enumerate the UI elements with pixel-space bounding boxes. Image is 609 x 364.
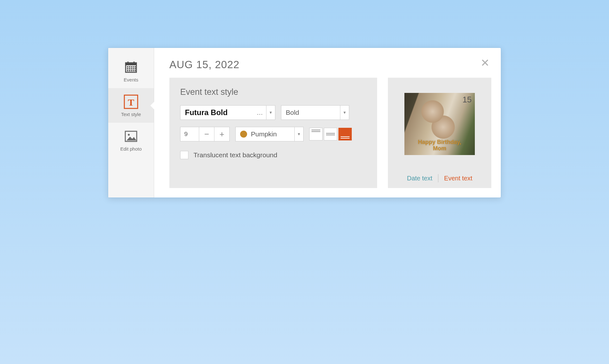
translucent-bg-checkbox[interactable]	[180, 151, 188, 159]
preview-panel: 15 Happy Birthday, Mom Date text Event t…	[388, 78, 491, 188]
text-color-dropdown[interactable]: Pumpkin ▼	[235, 127, 304, 141]
close-button[interactable]: ✕	[479, 55, 491, 70]
sidebar-item-label: Events	[124, 77, 138, 82]
svg-rect-11	[131, 68, 132, 69]
text-style-panel: Event text style Futura Bold … ▼ Bold ▼	[169, 78, 377, 188]
preview-day-number: 15	[462, 95, 472, 105]
font-family-dropdown[interactable]: Futura Bold … ▼	[180, 105, 275, 120]
svg-rect-15	[129, 70, 130, 71]
chevron-down-icon: ▼	[340, 106, 349, 120]
tab-date-text[interactable]: Date text	[407, 175, 432, 182]
svg-rect-7	[133, 66, 134, 68]
valign-top-button[interactable]	[309, 128, 323, 140]
sidebar-item-text-style[interactable]: T Text style	[108, 88, 154, 123]
svg-rect-16	[131, 70, 132, 71]
svg-rect-1	[126, 63, 136, 65]
svg-marker-23	[127, 137, 136, 140]
text-style-icon: T	[123, 94, 139, 110]
vertical-align-group	[309, 128, 352, 140]
editor-sidebar: Events T Text style Edit photo	[108, 48, 154, 198]
date-title: AUG 15, 2022	[169, 59, 239, 71]
tab-event-text[interactable]: Event text	[444, 175, 472, 182]
tab-divider	[438, 174, 438, 182]
svg-rect-14	[127, 70, 128, 71]
svg-text:T: T	[128, 97, 134, 107]
calendar-icon	[123, 59, 139, 75]
font-family-value: Futura Bold	[180, 108, 253, 117]
svg-rect-6	[131, 66, 132, 68]
svg-rect-5	[129, 66, 130, 68]
editor-main: AUG 15, 2022 ✕ Event text style Futura B…	[154, 48, 501, 198]
sidebar-item-label: Text style	[121, 112, 141, 117]
chevron-down-icon: ▼	[294, 127, 303, 141]
svg-rect-4	[127, 66, 128, 68]
editor-header: AUG 15, 2022 ✕	[169, 55, 491, 78]
preview-event-text: Happy Birthday, Mom	[418, 139, 462, 155]
svg-rect-13	[134, 68, 136, 69]
translucent-bg-label: Translucent text background	[193, 151, 277, 159]
sidebar-item-label: Edit photo	[120, 146, 142, 152]
svg-rect-2	[128, 62, 128, 63]
text-color-value: Pumpkin	[251, 130, 277, 138]
svg-rect-9	[127, 68, 128, 69]
panel-title: Event text style	[180, 87, 366, 97]
sidebar-item-edit-photo[interactable]: Edit photo	[108, 123, 154, 157]
chevron-down-icon: ▼	[266, 106, 275, 120]
svg-rect-3	[134, 62, 134, 63]
font-size-input[interactable]	[180, 127, 199, 141]
sidebar-item-events[interactable]: Events	[108, 54, 154, 88]
color-swatch-icon	[240, 131, 247, 138]
valign-middle-button[interactable]	[324, 128, 337, 140]
align-bottom-icon	[341, 136, 350, 139]
svg-rect-8	[134, 66, 136, 68]
increase-size-button[interactable]: +	[214, 127, 230, 141]
svg-rect-18	[134, 70, 136, 71]
plus-icon: +	[219, 129, 224, 139]
align-middle-icon	[326, 133, 335, 135]
photo-icon	[123, 128, 139, 144]
font-weight-dropdown[interactable]: Bold ▼	[281, 105, 349, 120]
decrease-size-button[interactable]: −	[199, 127, 214, 141]
svg-rect-12	[133, 68, 134, 69]
valign-bottom-button[interactable]	[338, 128, 352, 140]
event-editor-modal: Events T Text style Edit photo	[108, 48, 501, 198]
svg-rect-10	[129, 68, 130, 69]
align-top-icon	[311, 130, 320, 132]
svg-point-22	[128, 134, 130, 136]
font-size-stepper: − +	[180, 127, 230, 141]
preview-text-tabs: Date text Event text	[407, 155, 472, 182]
svg-rect-17	[133, 70, 134, 71]
minus-icon: −	[204, 129, 209, 139]
font-weight-value: Bold	[281, 109, 340, 116]
close-icon: ✕	[481, 57, 489, 69]
calendar-day-preview: 15 Happy Birthday, Mom	[404, 93, 475, 155]
ellipsis-icon: …	[253, 109, 266, 116]
